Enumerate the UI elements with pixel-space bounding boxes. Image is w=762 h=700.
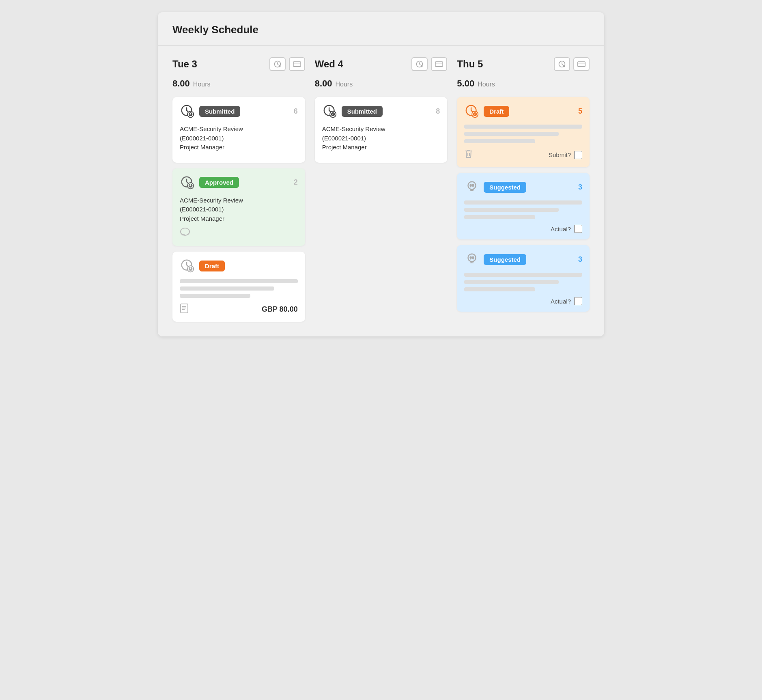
badge-suggested-thu-3: Suggested: [484, 254, 526, 265]
svg-rect-2: [293, 62, 300, 67]
card-number-wed-1: 8: [436, 107, 440, 116]
bulb-icon-thu-2: [464, 179, 480, 195]
skeleton-line: [464, 200, 582, 205]
svg-rect-27: [578, 62, 585, 67]
svg-point-35: [468, 254, 476, 262]
svg-point-1: [278, 65, 280, 67]
weekly-schedule-container: Weekly Schedule Tue 3: [158, 12, 604, 336]
actual-checkbox-label-thu-2[interactable]: Actual?: [551, 225, 582, 233]
card-title-wed-1: ACME-Security Review (E000021-0001) Proj…: [322, 125, 440, 152]
column-tue: Tue 3: [172, 57, 305, 322]
actual-checkbox-label-thu-3[interactable]: Actual?: [551, 297, 582, 305]
card-wed-submitted: Submitted 8 ACME-Security Review (E00002…: [315, 97, 448, 163]
clock-icon-tue-1: [180, 103, 195, 119]
skeleton-thu-2: [464, 200, 582, 219]
speech-bubble-icon: [180, 227, 190, 237]
time-action-thu[interactable]: [554, 57, 570, 71]
svg-rect-20: [435, 62, 443, 67]
card-top-thu-suggested-1: Suggested 3: [464, 179, 582, 195]
skeleton-thu-3: [464, 273, 582, 291]
columns-grid: Tue 3: [172, 57, 590, 322]
card-top-thu-suggested-2: Suggested 3: [464, 252, 582, 267]
delete-icon-thu-1[interactable]: [464, 149, 473, 161]
skeleton-line: [464, 208, 559, 212]
card-icon: [293, 61, 301, 67]
card-title-tue-1: ACME-Security Review (E000021-0001) Proj…: [180, 125, 298, 152]
column-date-wed: Wed 4: [315, 58, 343, 70]
card-number-tue-1: 6: [294, 107, 298, 116]
card-top-tue-approved: Approved 2: [180, 175, 298, 190]
card-top-thu-draft: Draft 5: [464, 103, 582, 119]
page-header: Weekly Schedule: [158, 12, 604, 46]
clock-icon-btn-wed: [415, 60, 424, 68]
column-header-wed: Wed 4: [315, 57, 448, 71]
money-action-wed[interactable]: [431, 57, 447, 71]
time-action-wed[interactable]: [411, 57, 428, 71]
card-tue-draft: Draft: [172, 252, 305, 322]
clock-icon: [273, 60, 282, 68]
svg-point-26: [563, 65, 565, 67]
submit-label-thu-1: Submit?: [549, 151, 571, 158]
skeleton-thu-1: [464, 125, 582, 143]
page-title: Weekly Schedule: [172, 24, 258, 36]
badge-draft-tue-3: Draft: [199, 261, 225, 271]
skeleton-line: [180, 294, 250, 298]
column-date-tue: Tue 3: [172, 58, 197, 70]
clock-icon-tue-2: [180, 175, 195, 190]
money-action-tue[interactable]: [289, 57, 305, 71]
card-top-tue-submitted: Submitted 6: [180, 103, 298, 119]
skeleton-line: [464, 125, 582, 129]
time-action-tue[interactable]: [269, 57, 286, 71]
card-title-tue-2: ACME-Security Review (E000021-0001) Proj…: [180, 196, 298, 224]
column-wed: Wed 4: [315, 57, 448, 322]
hours-row-wed: 8.00 Hours: [315, 78, 448, 89]
skeleton-line: [464, 215, 535, 219]
card-icon-btn-wed: [435, 61, 443, 67]
clock-icon-wed-1: [322, 103, 338, 119]
column-date-thu: Thu 5: [457, 58, 483, 70]
column-actions-tue: [269, 57, 305, 71]
card-number-thu-1: 5: [578, 107, 582, 116]
svg-point-19: [421, 65, 423, 67]
submit-checkbox-thu-1[interactable]: [574, 151, 582, 159]
skeleton-line: [180, 279, 298, 283]
actual-checkbox-thu-2[interactable]: [574, 225, 582, 233]
money-action-thu[interactable]: [573, 57, 590, 71]
hours-number-tue: 8.00: [172, 78, 190, 89]
column-header-thu: Thu 5: [457, 57, 590, 71]
receipt-icon-tue-3: [180, 304, 189, 315]
card-top-wed-submitted: Submitted 8: [322, 103, 440, 119]
badge-submitted-wed-1: Submitted: [342, 106, 383, 117]
card-number-thu-2: 3: [578, 183, 582, 192]
card-number-thu-3: 3: [578, 255, 582, 264]
card-bottom-tue-3: GBP 80.00: [180, 304, 298, 315]
skeleton-line: [464, 139, 535, 143]
comment-icon-tue-2[interactable]: [180, 227, 190, 239]
column-actions-thu: [554, 57, 590, 71]
skeleton-line: [464, 280, 559, 284]
actual-label-thu-2: Actual?: [551, 226, 571, 233]
main-content: Tue 3: [158, 46, 604, 336]
receipt-doc-icon: [180, 304, 189, 313]
bulb-icon-thu-3: [464, 252, 480, 267]
actual-checkbox-thu-3[interactable]: [574, 297, 582, 305]
skeleton-line: [464, 273, 582, 277]
card-number-tue-2: 2: [294, 178, 298, 187]
hours-row-tue: 8.00 Hours: [172, 78, 305, 89]
column-actions-wed: [411, 57, 447, 71]
card-bottom-thu-3: Actual?: [464, 297, 582, 305]
card-bottom-thu-2: Actual?: [464, 225, 582, 233]
trash-icon: [464, 149, 473, 159]
badge-draft-thu-1: Draft: [484, 106, 509, 117]
card-bottom-thu-1: Submit?: [464, 149, 582, 161]
hours-row-thu: 5.00 Hours: [457, 78, 590, 89]
submit-checkbox-label-thu-1[interactable]: Submit?: [549, 151, 582, 159]
skeleton-line: [180, 286, 274, 291]
clock-icon-tue-3: [180, 258, 195, 274]
card-tue-submitted: Submitted 6 ACME-Security Review (E00002…: [172, 97, 305, 163]
gbp-amount-tue-3: GBP 80.00: [262, 305, 298, 314]
hours-number-wed: 8.00: [315, 78, 332, 89]
hours-label-tue: Hours: [193, 81, 211, 88]
badge-approved-tue-2: Approved: [199, 177, 239, 188]
column-thu: Thu 5: [457, 57, 590, 322]
